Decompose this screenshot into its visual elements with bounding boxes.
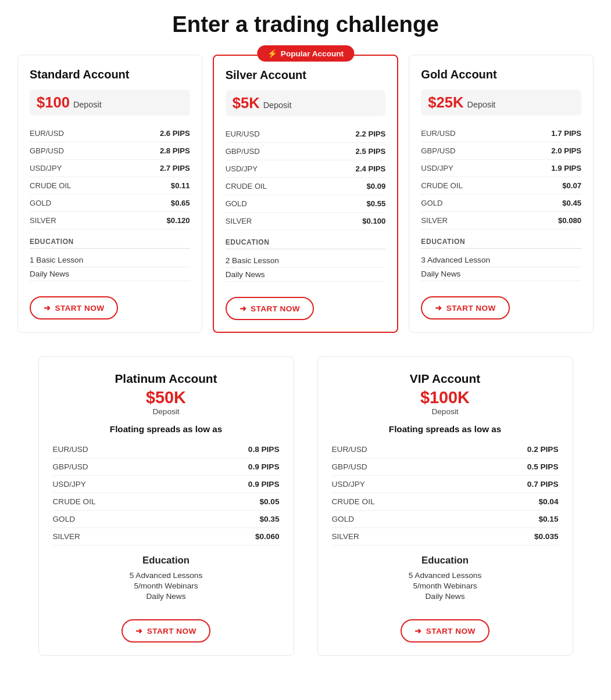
spread-row: USD/JPY 0.7 PIPS — [332, 476, 559, 493]
education-title-vip: Education — [332, 555, 559, 566]
card-platinum: Platinum Account$50KDepositFloating spre… — [38, 356, 294, 656]
spread-pair: GOLD — [421, 195, 514, 212]
spread-value: $0.04 — [463, 493, 559, 511]
spread-pair: CRUDE OIL — [421, 177, 514, 195]
education-item: Daily News — [226, 268, 386, 282]
spread-pair: SILVER — [332, 528, 463, 545]
education-section-standard: EDUCATION1 Basic LessonDaily News — [30, 238, 190, 281]
popular-badge-wrap: Popular Account — [257, 45, 354, 62]
education-section-silver: EDUCATION2 Basic LessonDaily News — [226, 238, 386, 282]
spread-row: GBP/USD 2.0 PIPS — [421, 142, 581, 160]
education-item: Daily News — [53, 592, 280, 601]
education-item: 1 Basic Lesson — [30, 253, 190, 267]
spread-value: $0.15 — [463, 511, 559, 528]
spread-value: $0.120 — [123, 212, 190, 229]
education-item: 5 Advanced Lessons — [53, 571, 280, 580]
spread-value: 2.6 PIPS — [123, 125, 190, 142]
spread-pair: CRUDE OIL — [332, 493, 463, 511]
spread-row: CRUDE OIL $0.07 — [421, 177, 581, 195]
spread-row: GOLD $0.55 — [226, 195, 386, 213]
start-button-platinum[interactable]: ➜ START NOW — [122, 619, 210, 642]
card-title-platinum: Platinum Account — [53, 372, 280, 386]
start-icon-platinum: ➜ — [135, 626, 142, 636]
spread-pair: USD/JPY — [332, 476, 463, 493]
spread-pair: SILVER — [226, 213, 319, 230]
spread-row: EUR/USD 0.8 PIPS — [53, 441, 280, 458]
spread-value: 0.9 PIPS — [184, 458, 280, 476]
education-item: Daily News — [30, 267, 190, 281]
spread-table-silver: EUR/USD 2.2 PIPS GBP/USD 2.5 PIPS USD/JP… — [226, 125, 386, 230]
spread-pair: SILVER — [30, 212, 123, 229]
spread-value: 1.9 PIPS — [514, 160, 581, 177]
spread-value: 1.7 PIPS — [514, 125, 581, 142]
start-button-silver[interactable]: ➜ START NOW — [226, 297, 314, 320]
spread-pair: CRUDE OIL — [53, 493, 184, 511]
spread-pair: SILVER — [53, 528, 184, 545]
spread-value: 2.5 PIPS — [318, 143, 385, 160]
spread-pair: EUR/USD — [332, 441, 463, 458]
spread-row: GBP/USD 2.5 PIPS — [226, 143, 386, 160]
card-title-vip: VIP Account — [332, 372, 559, 386]
education-item: 3 Advanced Lesson — [421, 253, 581, 267]
spread-pair: GOLD — [53, 511, 184, 528]
spread-value: 0.7 PIPS — [463, 476, 559, 493]
spread-row: EUR/USD 1.7 PIPS — [421, 125, 581, 142]
spread-row: EUR/USD 0.2 PIPS — [332, 441, 559, 458]
education-item: 5/month Webinars — [332, 581, 559, 590]
spread-value: 2.8 PIPS — [123, 142, 190, 160]
education-item: 5 Advanced Lessons — [332, 571, 559, 580]
spread-value: $0.11 — [123, 177, 190, 195]
deposit-amount-platinum: $50K — [53, 388, 280, 407]
top-cards-section: Standard Account $100 Deposit EUR/USD 2.… — [17, 55, 594, 333]
spread-row: GOLD $0.65 — [30, 195, 190, 212]
spread-row: EUR/USD 2.2 PIPS — [226, 125, 386, 143]
start-button-standard[interactable]: ➜ START NOW — [30, 296, 118, 320]
start-button-gold[interactable]: ➜ START NOW — [421, 296, 509, 320]
spread-row: CRUDE OIL $0.11 — [30, 177, 190, 195]
spread-pair: EUR/USD — [53, 441, 184, 458]
education-item: Daily News — [332, 592, 559, 601]
spread-value: $0.05 — [184, 493, 280, 511]
spread-row: CRUDE OIL $0.09 — [226, 178, 386, 195]
start-icon-silver: ➜ — [240, 304, 246, 313]
spread-value: $0.09 — [318, 178, 385, 195]
start-button-vip[interactable]: ➜ START NOW — [401, 619, 489, 642]
card-gold: Gold Account $25K Deposit EUR/USD 1.7 PI… — [409, 55, 594, 333]
popular-badge: Popular Account — [257, 45, 354, 62]
spread-value: 0.2 PIPS — [463, 441, 559, 458]
spread-row: GOLD $0.15 — [332, 511, 559, 528]
education-label-gold: EDUCATION — [421, 238, 581, 249]
spread-pair: GBP/USD — [421, 142, 514, 160]
deposit-row-gold: $25K Deposit — [421, 89, 581, 116]
spread-pair: GBP/USD — [53, 458, 184, 476]
spread-row: GBP/USD 2.8 PIPS — [30, 142, 190, 160]
spread-row: GOLD $0.45 — [421, 195, 581, 212]
deposit-amount-gold: $25K — [428, 94, 463, 111]
spread-pair: GBP/USD — [332, 458, 463, 476]
spread-row: GBP/USD 0.9 PIPS — [53, 458, 280, 476]
spread-pair: CRUDE OIL — [30, 177, 123, 195]
spread-pair: USD/JPY — [421, 160, 514, 177]
spread-row: CRUDE OIL $0.05 — [53, 493, 280, 511]
spread-row: USD/JPY 0.9 PIPS — [53, 476, 280, 493]
spread-pair: GOLD — [30, 195, 123, 212]
spread-value: 0.9 PIPS — [184, 476, 280, 493]
spread-row: GBP/USD 0.5 PIPS — [332, 458, 559, 476]
spread-row: CRUDE OIL $0.04 — [332, 493, 559, 511]
education-item: Daily News — [421, 267, 581, 281]
floating-label-vip: Floating spreads as low as — [332, 424, 559, 434]
spread-value: $0.45 — [514, 195, 581, 212]
education-item: 2 Basic Lesson — [226, 254, 386, 268]
spread-row: EUR/USD 2.6 PIPS — [30, 125, 190, 142]
spread-row: USD/JPY 1.9 PIPS — [421, 160, 581, 177]
card-title-silver: Silver Account — [226, 69, 386, 82]
spread-row: USD/JPY 2.7 PIPS — [30, 160, 190, 177]
spread-pair: SILVER — [421, 212, 514, 229]
spread-row: SILVER $0.035 — [332, 528, 559, 545]
spread-value: 2.2 PIPS — [318, 125, 385, 143]
education-label-standard: EDUCATION — [30, 238, 190, 249]
btn-wrap-vip: ➜ START NOW — [332, 610, 559, 642]
spread-row: SILVER $0.100 — [226, 213, 386, 230]
spread-table-standard: EUR/USD 2.6 PIPS GBP/USD 2.8 PIPS USD/JP… — [30, 125, 190, 229]
education-item: 5/month Webinars — [53, 581, 280, 590]
